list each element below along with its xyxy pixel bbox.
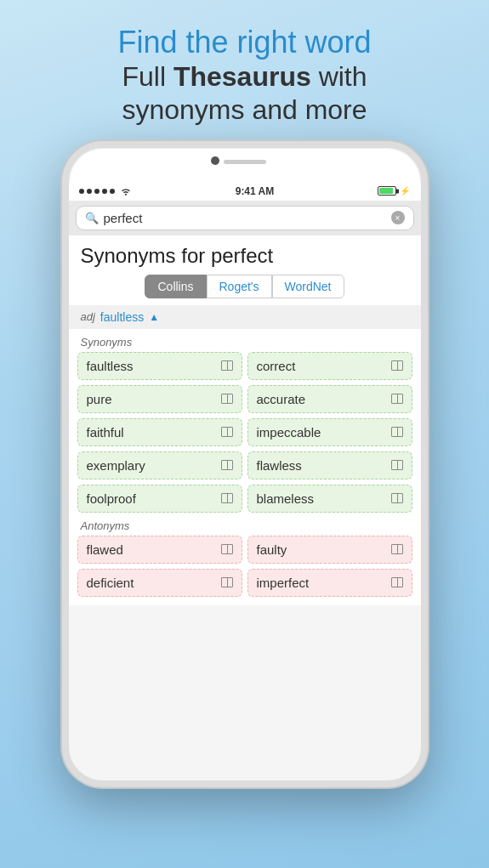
header-line1: Find the right word <box>26 24 463 60</box>
synonym-chip-impeccable[interactable]: impeccable <box>247 418 412 446</box>
battery-fill <box>379 188 393 194</box>
synonym-word: foolproof <box>87 491 136 506</box>
signal-dot-4 <box>102 189 107 194</box>
book-icon <box>221 544 233 554</box>
synonym-chip-blameless[interactable]: blameless <box>247 485 412 513</box>
tab-collins[interactable]: Collins <box>145 275 206 298</box>
book-icon <box>221 460 233 470</box>
synonym-chip-correct[interactable]: correct <box>247 352 412 380</box>
book-icon <box>391 493 403 503</box>
search-bar[interactable]: 🔍 perfect × <box>76 206 414 230</box>
book-icon <box>391 427 403 437</box>
book-icon <box>391 544 403 554</box>
signal-dot-2 <box>87 189 92 194</box>
search-bar-container: 🔍 perfect × <box>69 201 421 235</box>
synonym-chip-accurate[interactable]: accurate <box>247 385 412 413</box>
antonyms-grid: flawed faulty deficient imperfect <box>69 536 421 597</box>
header-line2-prefix: Full <box>122 61 173 92</box>
synonym-word: correct <box>257 359 296 373</box>
phone-frame: 9:41 AM ⚡ 🔍 perfect × Synonyms for perfe… <box>62 141 428 787</box>
search-input[interactable]: perfect <box>104 211 386 225</box>
phone-speaker <box>224 160 266 164</box>
synonym-word: faultless <box>87 359 134 373</box>
synonym-word: blameless <box>257 491 315 506</box>
antonym-chip-deficient[interactable]: deficient <box>77 569 242 597</box>
tabs-container: Collins Roget's WordNet <box>69 275 421 305</box>
antonym-chip-imperfect[interactable]: imperfect <box>247 569 412 597</box>
book-icon <box>391 460 403 470</box>
synonym-chip-faultless[interactable]: faultless <box>77 352 242 380</box>
synonym-chip-faithful[interactable]: faithful <box>77 418 242 446</box>
status-bar: 9:41 AM ⚡ <box>69 182 421 201</box>
synonym-word: flawless <box>257 458 302 473</box>
signal-dot-1 <box>79 189 84 194</box>
synonym-word: pure <box>87 392 112 406</box>
pos-header: adj faultless ▲ <box>69 305 421 329</box>
synonyms-title: Synonyms for perfect <box>69 235 421 275</box>
synonym-chip-exemplary[interactable]: exemplary <box>77 451 242 479</box>
book-icon <box>391 360 403 371</box>
app-header: Find the right word Full Thesaurus with … <box>0 0 489 141</box>
synonym-chip-flawless[interactable]: flawless <box>247 451 412 479</box>
header-line2: Full Thesaurus with <box>26 60 463 93</box>
phone-camera <box>211 156 219 165</box>
status-right: ⚡ <box>378 186 410 196</box>
antonym-word: flawed <box>87 542 123 557</box>
book-icon <box>221 577 233 587</box>
lightning-icon: ⚡ <box>400 186 410 196</box>
synonym-word: exemplary <box>87 458 145 473</box>
antonym-chip-flawed[interactable]: flawed <box>77 536 242 564</box>
phone-screen: 9:41 AM ⚡ 🔍 perfect × Synonyms for perfe… <box>69 182 421 780</box>
synonym-word: impeccable <box>257 425 321 440</box>
pos-word[interactable]: faultless <box>100 310 144 324</box>
synonym-chip-pure[interactable]: pure <box>77 385 242 413</box>
status-time: 9:41 AM <box>236 185 275 197</box>
synonym-chip-foolproof[interactable]: foolproof <box>77 485 242 513</box>
signal-dot-3 <box>94 189 100 194</box>
pos-label: adj <box>81 310 95 323</box>
antonym-word: deficient <box>87 576 134 590</box>
tab-wordnet[interactable]: WordNet <box>272 275 344 298</box>
header-line2-suffix: with <box>311 61 367 92</box>
wifi-icon <box>120 187 132 196</box>
book-icon <box>221 360 233 371</box>
book-icon <box>391 577 403 587</box>
content-area: Synonyms for perfect Collins Roget's Wor… <box>69 235 421 605</box>
pos-arrow-icon[interactable]: ▲ <box>149 311 159 323</box>
header-line3: synonyms and more <box>26 94 463 126</box>
antonym-word: imperfect <box>257 576 310 590</box>
book-icon <box>221 394 233 404</box>
book-icon <box>221 427 233 437</box>
signal-dot-5 <box>110 189 115 194</box>
tab-rogets[interactable]: Roget's <box>207 275 272 298</box>
synonym-word: accurate <box>257 392 306 406</box>
antonym-chip-faulty[interactable]: faulty <box>247 536 412 564</box>
search-icon: 🔍 <box>85 212 99 224</box>
header-line2-bold: Thesaurus <box>173 61 311 92</box>
book-icon <box>391 394 403 404</box>
search-clear-button[interactable]: × <box>391 211 405 224</box>
antonyms-label: Antonyms <box>69 513 421 536</box>
battery-icon <box>378 186 396 196</box>
signal-dots <box>79 187 132 196</box>
synonyms-label: Synonyms <box>69 329 421 352</box>
book-icon <box>221 493 233 503</box>
synonyms-grid: faultless correct pure accurate faithful <box>69 352 421 513</box>
antonym-word: faulty <box>257 542 287 557</box>
synonym-word: faithful <box>87 425 124 440</box>
